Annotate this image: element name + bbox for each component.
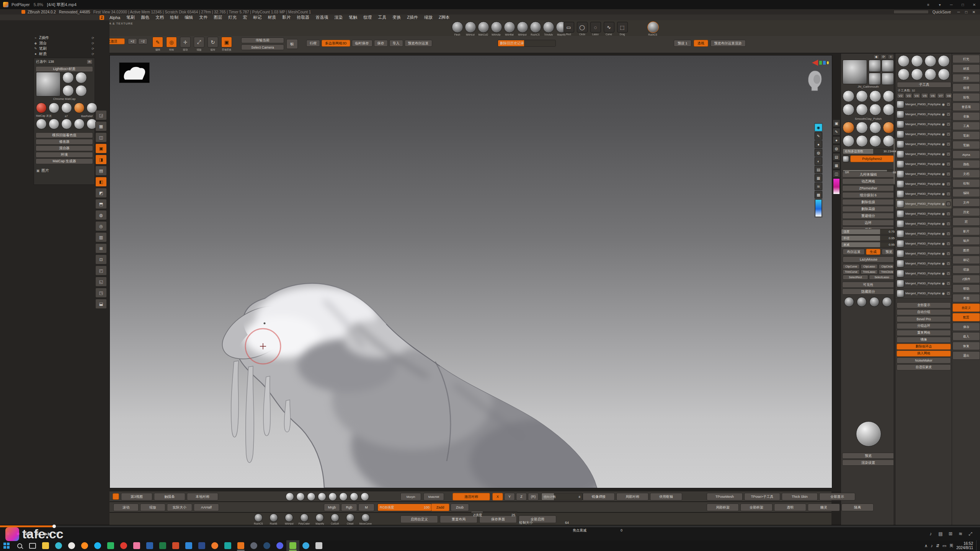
menu-item[interactable]: 变换: [389, 15, 404, 20]
active-tool-button[interactable]: PolySphere2: [850, 155, 894, 162]
stroke-slot[interactable]: ⬚ Drag: [616, 22, 628, 36]
dock-palette-button[interactable]: 渲染: [952, 74, 980, 82]
current-brush[interactable]: RushCS: [647, 21, 659, 36]
doc-view-button[interactable]: 滚动: [113, 504, 139, 511]
start-button[interactable]: [0, 540, 13, 551]
dock-palette-button[interactable]: 文档: [952, 170, 980, 178]
view-button[interactable]: 本地对称: [187, 493, 218, 500]
subtool-row-option-icon[interactable]: ▢: [946, 102, 951, 107]
value-slider[interactable]: 半径 0.95: [841, 235, 897, 241]
canvas-tool-icon[interactable]: ◰: [95, 266, 107, 276]
tpose-button[interactable]: TPoseMesh: [707, 493, 743, 500]
player-option-button[interactable]: ♪: [926, 529, 936, 538]
taskbar-clock[interactable]: 16:52 2024/8/11: [956, 541, 973, 550]
taskbar-app[interactable]: [117, 540, 130, 551]
menu-item[interactable]: 绘制: [167, 15, 181, 20]
canvas-tool-icon[interactable]: ◍: [95, 210, 107, 220]
secondary-gradient-swatch[interactable]: [833, 178, 840, 194]
material-function-button[interactable]: 混合器: [36, 145, 93, 151]
visibility-eye-icon[interactable]: ◉: [942, 252, 945, 256]
visibility-eye-icon[interactable]: ◉: [942, 272, 945, 276]
subtool-row-option-icon[interactable]: ▢: [946, 291, 951, 296]
quick-strip-icon[interactable]: ◐: [815, 157, 822, 165]
canvas-tool-icon[interactable]: ▥: [95, 232, 107, 242]
dock-palette-button[interactable]: 缩放: [952, 265, 980, 274]
visibility-eye-icon[interactable]: ◉: [942, 162, 945, 166]
tool-thumbnail[interactable]: [869, 104, 881, 116]
geometry-section-button[interactable]: 重建细分: [842, 213, 894, 219]
bottom-bar-button[interactable]: 渲染设置: [842, 460, 894, 466]
visibility-eye-icon[interactable]: ◉: [942, 182, 945, 186]
display-toggle-button[interactable]: 隔离: [841, 504, 874, 511]
dock-palette-button[interactable]: 笔触: [952, 141, 980, 149]
canvas-tool-icon[interactable]: ◲: [95, 110, 107, 120]
dock-palette-button[interactable]: 退出: [952, 351, 980, 360]
taskbar-app[interactable]: [156, 540, 169, 551]
tool-thumbnail[interactable]: [869, 60, 881, 72]
search-button[interactable]: [13, 540, 26, 551]
brush-mini-icon[interactable]: [869, 297, 879, 307]
boolean-generate-button[interactable]: 生成: [866, 249, 880, 255]
subtool-row[interactable]: Merged_PM3D_PolySphere2_1 ◉ ▢: [896, 259, 952, 269]
material-function-button[interactable]: 模拟旧版着色值: [36, 132, 93, 138]
dock-palette-button[interactable]: 历史: [952, 208, 980, 216]
sculpting-canvas[interactable]: ◉✎●◍◐▤▦≋▩: [109, 55, 832, 488]
input-method-indicator[interactable]: 英: [949, 543, 953, 548]
mode-cell[interactable]: ✎ 编辑: [152, 37, 164, 52]
subtool-thumbnail[interactable]: [938, 68, 950, 80]
brush-slot[interactable]: MahCut2: [477, 21, 489, 36]
subtool-function-button[interactable]: 自动分组: [897, 309, 951, 315]
taskbar-app[interactable]: [221, 540, 234, 551]
dock-palette-button[interactable]: 恢复: [952, 342, 980, 350]
version-chip[interactable]: V4: [913, 93, 920, 98]
taskbar-app[interactable]: [273, 540, 286, 551]
current-tool-thumbnail[interactable]: [843, 60, 867, 84]
subtool-function-button[interactable]: 自适应蒙皮: [897, 364, 951, 370]
canvas-tool-icon[interactable]: ◳: [95, 288, 107, 298]
canvas-tool-icon[interactable]: ⊞: [95, 243, 107, 253]
display-toggle-button[interactable]: 局部框架: [707, 504, 739, 511]
taskbar-app[interactable]: [247, 540, 260, 551]
taskbar-app[interactable]: [65, 540, 78, 551]
visibility-button[interactable]: 可见性: [842, 282, 894, 288]
morph-button[interactable]: Morph: [400, 493, 421, 500]
visibility-eye-icon[interactable]: ◉: [942, 202, 945, 206]
menu-item[interactable]: 工具: [375, 15, 389, 20]
mode-cell[interactable]: ↻ 旋转: [207, 37, 219, 52]
dock-palette-button[interactable]: 界面: [952, 294, 980, 302]
tool-thumbnail[interactable]: [883, 104, 895, 116]
visibility-button[interactable]: 隐藏部分: [842, 289, 894, 295]
subtool-row[interactable]: Merged_PM3D_PolySphere2_1 ◉ ▢: [896, 109, 952, 119]
menu-item[interactable]: Z插件: [404, 15, 421, 20]
favorite-brush-slot[interactable]: CutSoft: [328, 514, 341, 525]
taskbar-app[interactable]: [39, 540, 52, 551]
subtool-row-option-icon[interactable]: ▢: [946, 191, 951, 196]
canvas-tool-icon[interactable]: ◱: [95, 277, 107, 287]
axis-toggle[interactable]: X: [492, 493, 503, 500]
select-camera-dropdown[interactable]: Select Camera: [241, 44, 284, 50]
recent-tool-thumbnail[interactable]: [339, 492, 348, 501]
visibility-eye-icon[interactable]: ◉: [942, 112, 945, 116]
geometry-section-button[interactable]: 删除低级: [842, 199, 894, 205]
visibility-eye-icon[interactable]: ◉: [942, 232, 945, 236]
dock-palette-button[interactable]: Z插件: [952, 275, 980, 283]
dock-palette-button[interactable]: 变换: [952, 112, 980, 121]
menu-item[interactable]: 材质: [265, 15, 279, 20]
version-chip[interactable]: V3: [905, 93, 912, 98]
taskbar-app[interactable]: [78, 540, 91, 551]
visibility-eye-icon[interactable]: ◉: [942, 222, 945, 226]
mesh-button[interactable]: 预览布尔运算: [405, 40, 432, 47]
boolean-header[interactable]: 布尔运算: [843, 249, 865, 255]
canvas-tool-icon[interactable]: ◧: [95, 177, 107, 187]
refresh-icon[interactable]: ⟳: [880, 54, 887, 59]
canvas-tool-icon[interactable]: ▣: [95, 143, 107, 153]
axis-toggle[interactable]: (R): [528, 493, 539, 500]
document-preview-thumbnail[interactable]: [119, 62, 150, 83]
dock-palette-button[interactable]: 灯光: [952, 55, 980, 63]
dock-palette-button[interactable]: 宏: [952, 217, 980, 226]
subtool-row-option-icon[interactable]: ▢: [946, 152, 951, 156]
version-chip[interactable]: V6: [929, 93, 936, 98]
subtool-function-button[interactable]: Bevel Pro: [897, 316, 951, 322]
tool-thumbnail[interactable]: [843, 90, 854, 102]
favorite-brush-slot[interactable]: PolyCrater: [298, 514, 311, 525]
